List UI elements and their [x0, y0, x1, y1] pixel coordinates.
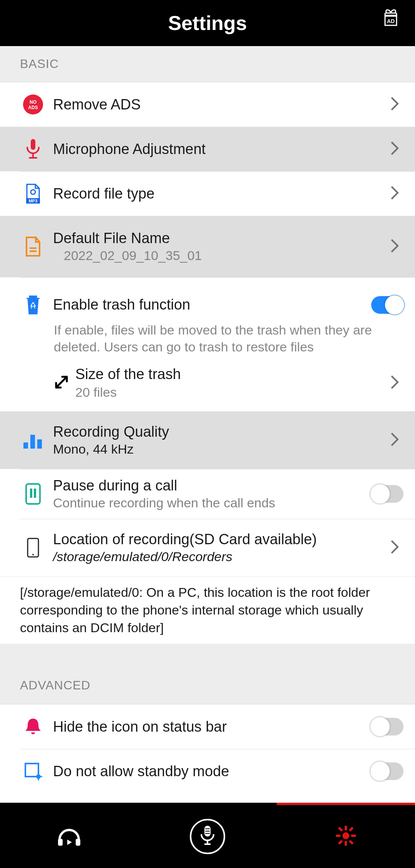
- phone-device-icon: [20, 537, 46, 558]
- svg-rect-9: [23, 442, 28, 449]
- svg-rect-25: [336, 835, 340, 837]
- document-icon: [20, 237, 46, 257]
- svg-rect-26: [351, 835, 356, 837]
- location-note: [/storage/emulated/0: On a PC, this loca…: [0, 576, 415, 644]
- toggle-no-standby[interactable]: [371, 762, 403, 780]
- svg-rect-29: [349, 827, 354, 832]
- trash-subsection: If enable, files will be moved to the tr…: [0, 321, 415, 411]
- svg-point-18: [36, 774, 41, 779]
- screen-brightness-icon: [20, 762, 46, 780]
- row-label: Pause during a call: [53, 477, 371, 494]
- svg-point-6: [31, 190, 35, 194]
- phone-pause-icon: [20, 482, 46, 505]
- microphone-icon: [200, 825, 215, 848]
- mp3-file-icon: MP3: [20, 184, 46, 204]
- svg-rect-17: [25, 764, 38, 777]
- section-advanced: ADVANCED: [0, 644, 415, 704]
- row-record-file-type[interactable]: MP3 Record file type: [0, 171, 415, 216]
- tab-playback[interactable]: [0, 805, 138, 868]
- bottom-nav: [0, 803, 415, 868]
- record-button[interactable]: [190, 819, 225, 854]
- svg-rect-23: [345, 826, 347, 830]
- trash-size-value: 20 files: [75, 385, 386, 400]
- trash-size-label: Size of the trash: [75, 366, 386, 383]
- microphone-icon: [20, 138, 46, 160]
- row-remove-ads[interactable]: NOADS Remove ADS: [0, 82, 415, 127]
- svg-point-22: [342, 832, 349, 839]
- tab-record[interactable]: [138, 805, 277, 868]
- no-ads-icon: NOADS: [20, 94, 46, 114]
- row-value: Mono, 44 kHz: [53, 442, 386, 457]
- svg-rect-27: [338, 827, 343, 832]
- row-microphone-adjustment[interactable]: Microphone Adjustment: [0, 127, 415, 171]
- page-title: Settings: [168, 12, 247, 35]
- svg-rect-28: [349, 840, 354, 845]
- bars-quality-icon: [20, 431, 46, 449]
- tab-settings[interactable]: [277, 805, 415, 868]
- row-trash-size[interactable]: Size of the trash 20 files: [54, 366, 403, 400]
- svg-rect-30: [338, 840, 343, 845]
- row-label: Do not allow standby mode: [53, 763, 371, 780]
- row-value: 2022_02_09_10_35_01: [53, 248, 386, 263]
- svg-rect-14: [34, 489, 36, 498]
- row-label: Hide the icon on status bar: [53, 719, 371, 735]
- row-label: Default File Name: [53, 230, 386, 247]
- svg-rect-12: [26, 484, 40, 504]
- headphones-play-icon: [56, 824, 83, 849]
- row-label: Microphone Adjustment: [53, 141, 386, 157]
- toggle-pause-during-call[interactable]: [371, 485, 403, 503]
- row-label: Location of recording(SD Card available): [53, 531, 386, 548]
- resize-arrows-icon: [54, 374, 69, 391]
- app-header: Settings AD: [0, 0, 415, 46]
- svg-text:NO: NO: [30, 99, 37, 105]
- toggle-hide-status-icon[interactable]: [371, 718, 403, 735]
- row-pause-during-call[interactable]: Pause during a call Continue recording w…: [0, 469, 415, 519]
- row-label: Recording Quality: [53, 424, 386, 440]
- svg-rect-19: [58, 839, 63, 846]
- toggle-enable-trash[interactable]: [371, 296, 403, 314]
- row-label: Record file type: [53, 186, 386, 202]
- svg-rect-24: [345, 841, 347, 846]
- row-enable-trash[interactable]: Enable trash function: [0, 277, 415, 321]
- remove-ads-gift-button[interactable]: AD: [382, 8, 400, 28]
- svg-rect-20: [76, 839, 80, 846]
- chevron-right-icon: [386, 96, 403, 113]
- gear-icon: [335, 825, 357, 848]
- gift-ad-icon: AD: [382, 8, 400, 28]
- row-value: /storage/emulated/0/Recorders: [53, 549, 386, 564]
- svg-text:MP3: MP3: [29, 199, 38, 203]
- chevron-right-icon: [386, 141, 403, 157]
- chevron-right-icon: [386, 539, 403, 556]
- section-basic: BASIC: [0, 46, 415, 82]
- chevron-right-icon: [386, 185, 403, 202]
- row-label: Enable trash function: [53, 297, 371, 313]
- row-default-file-name[interactable]: Default File Name 2022_02_09_10_35_01: [0, 216, 415, 277]
- row-recording-location[interactable]: Location of recording(SD Card available)…: [0, 519, 415, 576]
- row-no-standby[interactable]: Do not allow standby mode: [0, 749, 415, 793]
- svg-rect-11: [37, 439, 42, 449]
- recycle-trash-icon: [20, 295, 46, 315]
- chevron-right-icon: [386, 374, 403, 391]
- settings-scroll[interactable]: BASIC NOADS Remove ADS Microphone Adjust…: [0, 46, 415, 803]
- row-label: Remove ADS: [53, 96, 386, 113]
- row-recording-quality[interactable]: Recording Quality Mono, 44 kHz: [0, 411, 415, 469]
- svg-text:AD: AD: [387, 18, 395, 24]
- svg-rect-13: [30, 489, 32, 498]
- svg-rect-5: [31, 139, 35, 150]
- chevron-right-icon: [386, 432, 403, 449]
- trash-description: If enable, files will be moved to the tr…: [54, 321, 403, 355]
- row-subtitle: Continue recording when the call ends: [53, 495, 371, 510]
- svg-text:ADS: ADS: [28, 105, 38, 110]
- svg-rect-10: [30, 435, 35, 449]
- svg-point-16: [32, 554, 34, 555]
- bell-icon: [20, 717, 46, 736]
- row-hide-status-icon[interactable]: Hide the icon on status bar: [0, 704, 415, 749]
- chevron-right-icon: [386, 238, 403, 255]
